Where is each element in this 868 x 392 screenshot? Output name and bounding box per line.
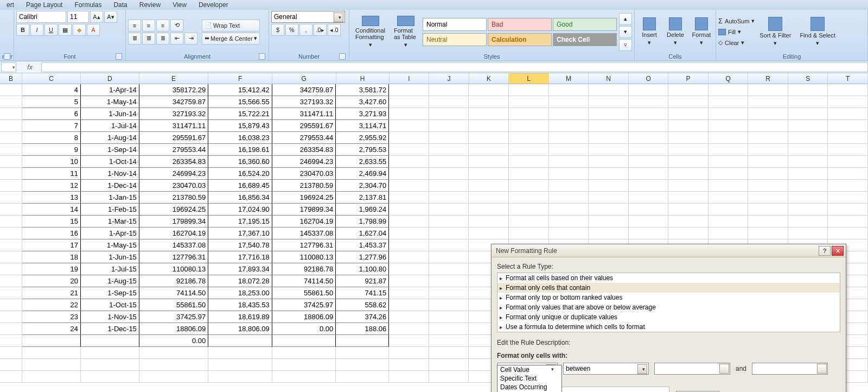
cell[interactable]	[589, 156, 629, 168]
cell[interactable]	[429, 347, 469, 359]
range-picker-icon[interactable]	[817, 364, 827, 374]
cell[interactable]	[668, 180, 709, 192]
align-middle-icon[interactable]: ≡	[142, 20, 155, 31]
cell[interactable]	[828, 96, 868, 108]
cell[interactable]	[0, 216, 22, 227]
font-name-combo[interactable]	[16, 11, 66, 23]
cell[interactable]: 179899.34	[272, 204, 336, 216]
cell[interactable]	[629, 120, 669, 132]
cell[interactable]	[389, 96, 429, 108]
cell[interactable]	[509, 156, 549, 168]
cell[interactable]	[139, 359, 208, 371]
cell[interactable]	[629, 96, 669, 108]
increase-decimal-icon[interactable]: .0▸	[314, 24, 327, 36]
cell[interactable]	[668, 108, 709, 120]
worksheet-grid[interactable]: BCDEFGHIJKLMNOPQRST 41-Apr-14358172.2915…	[0, 73, 868, 392]
cell[interactable]	[389, 311, 429, 323]
column-header-I[interactable]: I	[390, 73, 430, 84]
cell[interactable]	[629, 168, 669, 180]
cell[interactable]	[668, 144, 709, 156]
tab-formulas[interactable]: Formulas	[72, 0, 104, 10]
cell[interactable]	[336, 359, 389, 371]
cell[interactable]	[748, 204, 788, 216]
cell[interactable]	[389, 132, 429, 144]
cell[interactable]	[469, 144, 509, 156]
cell[interactable]: 19	[22, 263, 81, 275]
column-header-E[interactable]: E	[139, 73, 208, 84]
cell[interactable]	[469, 180, 509, 192]
cell[interactable]	[668, 204, 709, 216]
cell[interactable]	[469, 227, 509, 239]
cell[interactable]: 110080.13	[272, 251, 336, 263]
column-header-K[interactable]: K	[469, 73, 509, 84]
cell[interactable]	[668, 227, 709, 239]
tab-page-layout[interactable]: Page Layout	[24, 0, 65, 10]
cell[interactable]: 22	[22, 299, 81, 311]
cell[interactable]	[748, 192, 788, 204]
between-combo[interactable]: between▾	[563, 363, 649, 375]
cell[interactable]: 1-Oct-15	[81, 299, 139, 311]
cell[interactable]	[389, 216, 429, 227]
cell[interactable]	[629, 192, 669, 204]
cell[interactable]: 15,412.42	[208, 84, 272, 96]
cell[interactable]: 16,038.23	[208, 132, 272, 144]
fx-icon[interactable]: fx	[24, 64, 35, 71]
cell[interactable]	[549, 96, 589, 108]
cell[interactable]	[788, 144, 828, 156]
cell[interactable]: 37425.97	[139, 311, 208, 323]
style-neutral[interactable]: Neutral	[423, 33, 487, 46]
cell[interactable]	[549, 192, 589, 204]
cell[interactable]: 18,806.09	[208, 323, 272, 335]
cell[interactable]: 1-Aug-15	[81, 275, 139, 287]
cell[interactable]	[429, 299, 469, 311]
cell[interactable]: 21	[22, 287, 81, 299]
cell[interactable]: 3,427.60	[336, 96, 389, 108]
cell[interactable]	[828, 156, 868, 168]
cell[interactable]	[748, 156, 788, 168]
column-header-N[interactable]: N	[589, 73, 629, 84]
cell[interactable]: 9	[22, 144, 81, 156]
cell[interactable]	[748, 227, 788, 239]
cell[interactable]	[509, 108, 549, 120]
cell[interactable]: 2,795.53	[336, 144, 389, 156]
cell[interactable]: 16	[22, 227, 81, 239]
styles-scroll-up-icon[interactable]: ▴	[619, 13, 632, 25]
format-button[interactable]: Format▾	[689, 14, 714, 50]
cell[interactable]	[429, 359, 469, 371]
cell[interactable]	[509, 96, 549, 108]
cell[interactable]: 246994.23	[139, 168, 208, 180]
style-good[interactable]: Good	[553, 18, 617, 31]
cell[interactable]	[748, 144, 788, 156]
styles-more-icon[interactable]: ▿	[619, 39, 632, 51]
cell[interactable]	[0, 275, 22, 287]
column-header-R[interactable]: R	[748, 73, 788, 84]
value-to-input[interactable]	[752, 363, 828, 375]
column-header-B[interactable]: B	[0, 73, 22, 84]
autosum-button[interactable]: ΣAutoSum▾	[718, 16, 755, 27]
cell[interactable]	[0, 180, 22, 192]
cell[interactable]: 17,716.18	[208, 251, 272, 263]
cell[interactable]: 127796.31	[139, 251, 208, 263]
cell[interactable]	[429, 132, 469, 144]
cell[interactable]	[549, 132, 589, 144]
border-button[interactable]: ▦	[59, 24, 72, 36]
cell[interactable]	[22, 359, 81, 371]
tab-view[interactable]: View	[170, 0, 189, 10]
orientation-icon[interactable]: ⟲	[170, 20, 183, 31]
dialog-close-button[interactable]: ✕	[832, 246, 844, 256]
cell[interactable]	[709, 108, 749, 120]
cell[interactable]	[589, 204, 629, 216]
cell[interactable]: 279553.44	[272, 132, 336, 144]
cell[interactable]	[709, 144, 749, 156]
cell[interactable]	[389, 359, 429, 371]
cell[interactable]	[549, 156, 589, 168]
cell[interactable]: 1-May-14	[81, 96, 139, 108]
cell[interactable]: 74114.50	[272, 275, 336, 287]
cell[interactable]	[629, 132, 669, 144]
column-header-M[interactable]: M	[549, 73, 589, 84]
cell[interactable]	[389, 144, 429, 156]
cell[interactable]	[208, 371, 272, 383]
cell[interactable]: 110080.13	[139, 263, 208, 275]
cell[interactable]	[0, 144, 22, 156]
cell[interactable]	[429, 84, 469, 96]
